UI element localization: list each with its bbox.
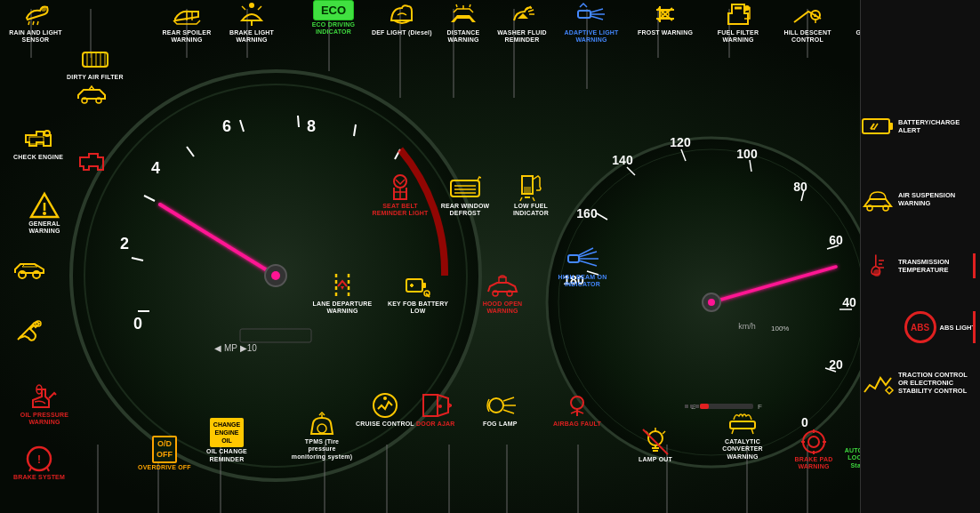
seat-belt-reminder-indicator: SEAT BELT REMINDER LIGHT (369, 173, 431, 218)
fog-lamp-indicator: FOG LAMP (483, 391, 518, 428)
svg-point-160 (808, 437, 819, 447)
svg-line-98 (590, 16, 603, 20)
svg-line-90 (258, 6, 261, 10)
svg-rect-48 (700, 404, 709, 409)
svg-line-128 (579, 261, 597, 266)
brake-light-warning-indicator: BRAKE LIGHT WARNING (221, 0, 283, 44)
svg-line-171 (871, 124, 874, 129)
hill-descent-control-indicator: HILL DESCENT CONTROL (776, 0, 839, 44)
svg-text:40: 40 (842, 295, 856, 309)
svg-text:80: 80 (793, 180, 807, 194)
svg-line-141 (503, 397, 514, 401)
svg-point-150 (648, 431, 663, 445)
cruise-control-indicator: CRUISE CONTROL (356, 391, 414, 428)
svg-text:km/h: km/h (738, 322, 756, 331)
low-fuel-indicator: LOW FUEL INDICATOR (500, 173, 562, 218)
svg-rect-125 (568, 255, 579, 262)
svg-point-117 (394, 175, 406, 188)
tpms-indicator: TPMS (Tire pressure monitoring system) (291, 409, 353, 461)
svg-point-176 (873, 269, 880, 277)
svg-point-45 (708, 299, 715, 306)
svg-text:8: 8 (307, 117, 316, 135)
svg-point-144 (571, 397, 583, 409)
svg-point-110 (43, 212, 46, 215)
high-beam-indicator: HIGH BEAM ON INDICATOR (551, 244, 614, 289)
svg-text:6: 6 (222, 117, 231, 135)
def-light-indicator: DEF LIGHT (Diesel) (372, 0, 432, 36)
overdrive-off-indicator: O/DOFF OVERDRIVE OFF (138, 436, 191, 472)
dirty-air-filter-indicator: DIRTY AIR FILTER (67, 44, 124, 81)
svg-text:160: 160 (576, 206, 598, 220)
svg-point-18 (271, 271, 280, 280)
svg-text:120: 120 (670, 135, 691, 149)
frost-warning-indicator: FROST WARNING (638, 0, 693, 36)
svg-text:!: ! (37, 453, 41, 466)
key-fob-battery-low-indicator: KEY FOB BATTERY LOW (387, 271, 449, 316)
svg-rect-51 (685, 405, 688, 408)
svg-rect-131 (422, 283, 426, 288)
lane-departure-warning-indicator: LANE DEPARTURE WARNING (311, 271, 374, 316)
abs-badge: ABS (904, 311, 936, 343)
svg-text:◀ MP ▶10: ◀ MP ▶10 (214, 343, 257, 353)
svg-line-93 (456, 4, 457, 7)
brake-system-indicator: ! BRAKE SYSTEM (13, 445, 65, 481)
rear-window-defrost-indicator: REAR WINDOW DEFROST (434, 173, 496, 218)
svg-text:100: 100 (736, 147, 758, 161)
catalytic-converter-warning-indicator: CATALYTIC CONVERTER WARNING (711, 409, 774, 461)
change-engine-oil-indicator: CHANGEENGINEOIL OIL CHANGE REMINDER (196, 418, 258, 463)
svg-line-146 (571, 411, 577, 413)
rear-spoiler-warning-indicator: REAR SPOILER WARNING (156, 0, 218, 44)
svg-rect-95 (578, 11, 590, 18)
svg-point-91 (249, 3, 254, 8)
svg-line-147 (577, 411, 583, 413)
svg-point-108 (44, 131, 50, 136)
svg-point-140 (489, 398, 503, 413)
svg-rect-53 (695, 405, 699, 408)
brake-pad-warning-indicator: BRAKE PAD WARNING (783, 427, 845, 471)
right-panel: BATTERY/CHARGE ALERT AIR SUSPENSION WARN… (860, 0, 980, 513)
svg-rect-124 (524, 187, 531, 193)
svg-text:4: 4 (151, 159, 160, 177)
svg-text:140: 140 (612, 153, 633, 167)
distance-warning-indicator: DISTANCE WARNING (432, 0, 494, 44)
svg-line-13 (298, 116, 299, 127)
air-suspension-warning-item: AIR SUSPENSION WARNING (861, 187, 976, 212)
svg-point-148 (317, 424, 326, 433)
abs-left-indicator (76, 147, 108, 175)
svg-text:0: 0 (133, 315, 142, 333)
svg-line-129 (579, 248, 593, 255)
svg-text:60: 60 (829, 233, 843, 247)
svg-line-89 (242, 6, 245, 10)
transmission-temperature-item: TRANSMISSION TEMPERATURE (861, 253, 976, 278)
svg-text:100%: 100% (771, 325, 789, 333)
svg-point-159 (803, 431, 824, 453)
oil-pressure-left-indicator: OIL PRESSURE WARNING (13, 382, 76, 427)
engine-check-indicator: CHECK ENGINE (13, 124, 63, 161)
fuel-filter-warning-indicator: FUEL FILTER WARNING (707, 0, 769, 44)
svg-rect-80 (83, 52, 108, 67)
svg-rect-170 (889, 123, 893, 130)
washer-fluid-reminder-indicator: WASHER FLUID REMINDER (491, 0, 553, 44)
transmission-indicator-left (13, 316, 45, 344)
svg-rect-130 (406, 279, 422, 292)
svg-line-143 (503, 410, 514, 413)
eco-driving-indicator: ECO ECO DRIVING INDICATOR (302, 0, 365, 36)
svg-rect-156 (730, 421, 755, 429)
svg-line-96 (590, 9, 603, 12)
svg-rect-119 (451, 180, 479, 196)
adaptive-light-warning-indicator: ADAPTIVE LIGHT WARNING (560, 0, 623, 44)
svg-point-79 (41, 6, 46, 12)
hood-open-warning-indicator: HOOD OPEN WARNING (471, 271, 534, 316)
rain-sensor-icon-area (76, 80, 108, 108)
svg-point-139 (438, 405, 442, 408)
door-ajar-indicator: DOOR AJAR (416, 391, 455, 428)
traction-control-item: TRACTION CONTROL OR ELECTRONIC STABILITY… (861, 369, 976, 396)
svg-line-152 (663, 431, 665, 434)
svg-text:2: 2 (120, 235, 129, 252)
car-body-indicator (13, 253, 45, 282)
airbag-fault-indicator: AIRBAG FAULT (553, 391, 601, 428)
svg-point-100 (744, 5, 750, 11)
battery-charge-alert-item: BATTERY/CHARGE ALERT (861, 114, 976, 139)
svg-rect-52 (690, 405, 694, 408)
abs-light-item: ABS ABS LIGHT (904, 311, 976, 343)
